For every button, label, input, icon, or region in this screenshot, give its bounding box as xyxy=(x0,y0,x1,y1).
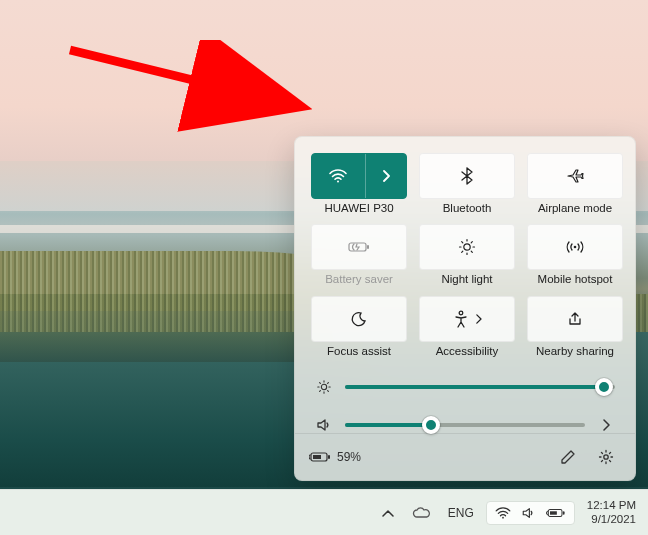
tray-network-sound-battery[interactable] xyxy=(486,501,575,525)
bluetooth-tile[interactable] xyxy=(419,153,515,199)
night-light-icon xyxy=(458,238,476,256)
wifi-toggle[interactable] xyxy=(312,154,366,198)
wifi-icon xyxy=(329,169,347,183)
svg-point-10 xyxy=(604,455,608,459)
focus-assist-tile[interactable] xyxy=(311,296,407,342)
accessibility-tile[interactable] xyxy=(419,296,515,342)
volume-slider-row xyxy=(311,417,619,433)
quick-tiles-grid: HUAWEI P30 Bluetooth Airplane mo xyxy=(311,153,619,358)
night-light-label: Night light xyxy=(441,274,492,286)
tray-wifi-icon xyxy=(495,507,511,519)
mobile-hotspot-tile[interactable] xyxy=(527,224,623,270)
svg-point-0 xyxy=(337,180,339,182)
chevron-right-icon xyxy=(475,314,482,324)
battery-saver-icon xyxy=(348,240,370,254)
accessibility-icon xyxy=(453,310,469,328)
volume-slider[interactable] xyxy=(345,417,585,433)
share-icon xyxy=(566,311,584,327)
tray-volume-icon xyxy=(521,506,536,520)
hotspot-icon xyxy=(565,239,585,255)
hotspot-label: Mobile hotspot xyxy=(538,274,613,286)
nearby-sharing-tile[interactable] xyxy=(527,296,623,342)
gear-icon xyxy=(598,449,614,465)
tray-clock[interactable]: 12:14 PM 9/1/2021 xyxy=(581,499,636,527)
svg-rect-13 xyxy=(563,511,565,514)
pencil-icon xyxy=(560,449,576,465)
tray-language-button[interactable]: ENG xyxy=(442,502,480,524)
volume-icon xyxy=(315,417,333,433)
quick-settings-panel: HUAWEI P30 Bluetooth Airplane mo xyxy=(294,136,636,482)
accessibility-label: Accessibility xyxy=(436,346,499,358)
tray-onedrive-icon[interactable] xyxy=(406,503,436,523)
svg-rect-14 xyxy=(550,511,557,514)
moon-icon xyxy=(351,311,367,327)
tray-overflow-button[interactable] xyxy=(376,505,400,521)
svg-point-11 xyxy=(502,516,504,518)
tray-battery-icon xyxy=(546,507,566,519)
clock-date: 9/1/2021 xyxy=(587,513,636,527)
airplane-icon xyxy=(566,168,584,184)
battery-status-icon[interactable]: 59% xyxy=(309,450,361,464)
airplane-mode-tile[interactable] xyxy=(527,153,623,199)
wifi-expand-button[interactable] xyxy=(366,154,406,198)
svg-rect-8 xyxy=(328,455,330,459)
chevron-right-icon xyxy=(381,170,391,182)
wifi-tile[interactable] xyxy=(311,153,407,199)
svg-point-6 xyxy=(321,384,326,389)
bluetooth-icon xyxy=(461,167,473,185)
brightness-icon xyxy=(315,379,333,395)
settings-button[interactable] xyxy=(591,442,621,472)
battery-saver-label: Battery saver xyxy=(325,274,393,286)
taskbar: ENG 12:14 PM 9/1/2021 xyxy=(0,489,648,535)
battery-saver-tile[interactable] xyxy=(311,224,407,270)
volume-expand-button[interactable] xyxy=(597,419,615,431)
airplane-tile-label: Airplane mode xyxy=(538,203,612,215)
quick-settings-footer: 59% xyxy=(295,433,635,480)
brightness-slider[interactable] xyxy=(345,379,615,395)
clock-time: 12:14 PM xyxy=(587,499,636,513)
battery-percent-text: 59% xyxy=(337,450,361,464)
nearby-sharing-label: Nearby sharing xyxy=(536,346,614,358)
brightness-slider-row xyxy=(311,379,619,395)
svg-rect-9 xyxy=(313,455,321,459)
wifi-tile-label: HUAWEI P30 xyxy=(324,203,393,215)
night-light-tile[interactable] xyxy=(419,224,515,270)
edit-quick-settings-button[interactable] xyxy=(553,442,583,472)
bluetooth-tile-label: Bluetooth xyxy=(443,203,492,215)
focus-assist-label: Focus assist xyxy=(327,346,391,358)
svg-rect-2 xyxy=(367,245,369,249)
svg-point-3 xyxy=(464,244,470,250)
chevron-up-icon xyxy=(382,509,394,517)
svg-point-4 xyxy=(574,246,577,249)
svg-point-5 xyxy=(459,311,463,315)
